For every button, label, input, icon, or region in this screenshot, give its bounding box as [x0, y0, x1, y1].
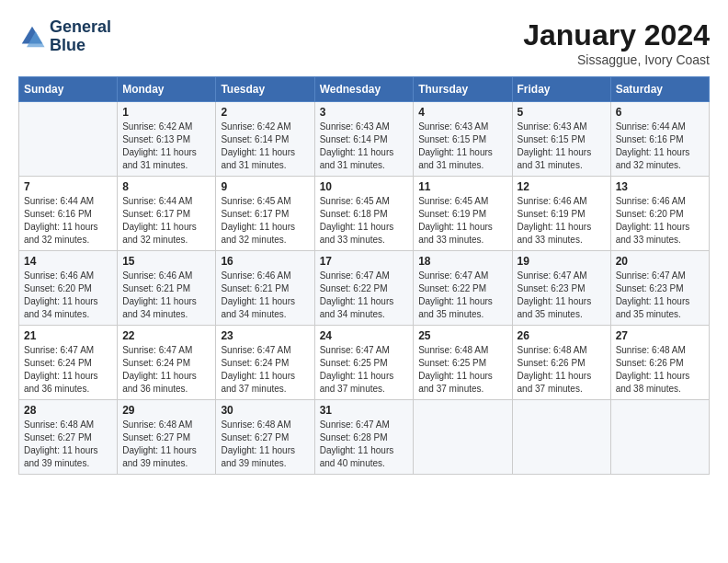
day-number: 8 — [122, 180, 210, 193]
calendar-cell: 18Sunrise: 6:47 AMSunset: 6:22 PMDayligh… — [414, 251, 512, 326]
calendar-cell: 4Sunrise: 6:43 AMSunset: 6:15 PMDaylight… — [414, 102, 512, 177]
day-info: Sunrise: 6:47 AMSunset: 6:24 PMDaylight:… — [122, 344, 210, 396]
calendar-cell: 24Sunrise: 6:47 AMSunset: 6:25 PMDayligh… — [314, 326, 414, 400]
day-info: Sunrise: 6:44 AMSunset: 6:16 PMDaylight:… — [616, 121, 704, 172]
calendar-cell: 23Sunrise: 6:47 AMSunset: 6:24 PMDayligh… — [216, 326, 314, 400]
calendar-cell: 8Sunrise: 6:44 AMSunset: 6:17 PMDaylight… — [118, 177, 216, 251]
day-number: 24 — [320, 329, 409, 342]
weekday-header-friday: Friday — [512, 77, 610, 102]
day-number: 14 — [24, 255, 112, 268]
day-number: 7 — [24, 180, 112, 193]
calendar-cell: 17Sunrise: 6:47 AMSunset: 6:22 PMDayligh… — [314, 251, 414, 326]
weekday-header-tuesday: Tuesday — [216, 77, 314, 102]
weekday-header-saturday: Saturday — [610, 77, 709, 102]
day-info: Sunrise: 6:48 AMSunset: 6:25 PMDaylight:… — [418, 344, 506, 396]
calendar-cell: 13Sunrise: 6:46 AMSunset: 6:20 PMDayligh… — [610, 177, 709, 251]
calendar-header-row: SundayMondayTuesdayWednesdayThursdayFrid… — [19, 77, 710, 102]
day-number: 1 — [122, 106, 210, 119]
logo-icon — [18, 23, 46, 51]
weekday-header-wednesday: Wednesday — [314, 77, 414, 102]
calendar-week-4: 21Sunrise: 6:47 AMSunset: 6:24 PMDayligh… — [19, 326, 710, 400]
calendar-week-2: 7Sunrise: 6:44 AMSunset: 6:16 PMDaylight… — [19, 177, 710, 251]
logo-line1: General — [50, 18, 111, 37]
day-number: 23 — [221, 329, 309, 342]
day-info: Sunrise: 6:43 AMSunset: 6:14 PMDaylight:… — [320, 121, 409, 172]
logo-line2: Blue — [50, 37, 111, 55]
day-info: Sunrise: 6:46 AMSunset: 6:21 PMDaylight:… — [221, 270, 309, 321]
calendar-cell: 16Sunrise: 6:46 AMSunset: 6:21 PMDayligh… — [216, 251, 314, 326]
day-number: 9 — [221, 180, 309, 193]
day-info: Sunrise: 6:42 AMSunset: 6:13 PMDaylight:… — [122, 121, 210, 172]
day-number: 13 — [616, 180, 704, 193]
page-header: General Blue January 2024 Sissaggue, Ivo… — [18, 18, 710, 67]
day-info: Sunrise: 6:42 AMSunset: 6:14 PMDaylight:… — [221, 121, 309, 172]
calendar-cell — [414, 400, 512, 475]
calendar-cell: 6Sunrise: 6:44 AMSunset: 6:16 PMDaylight… — [610, 102, 709, 177]
day-info: Sunrise: 6:47 AMSunset: 6:24 PMDaylight:… — [24, 344, 112, 396]
calendar-cell: 19Sunrise: 6:47 AMSunset: 6:23 PMDayligh… — [512, 251, 610, 326]
day-number: 16 — [221, 255, 309, 268]
day-info: Sunrise: 6:45 AMSunset: 6:18 PMDaylight:… — [320, 195, 409, 247]
weekday-header-monday: Monday — [118, 77, 216, 102]
calendar-week-1: 1Sunrise: 6:42 AMSunset: 6:13 PMDaylight… — [19, 102, 710, 177]
logo-text: General Blue — [50, 18, 111, 55]
day-info: Sunrise: 6:47 AMSunset: 6:24 PMDaylight:… — [221, 344, 309, 396]
day-number: 19 — [518, 255, 606, 268]
day-number: 28 — [24, 404, 112, 417]
day-info: Sunrise: 6:43 AMSunset: 6:15 PMDaylight:… — [518, 121, 606, 172]
calendar-cell: 9Sunrise: 6:45 AMSunset: 6:17 PMDaylight… — [216, 177, 314, 251]
day-number: 3 — [320, 106, 409, 119]
day-info: Sunrise: 6:44 AMSunset: 6:17 PMDaylight:… — [122, 195, 210, 247]
day-number: 29 — [122, 404, 210, 417]
day-info: Sunrise: 6:47 AMSunset: 6:25 PMDaylight:… — [320, 344, 409, 396]
day-info: Sunrise: 6:44 AMSunset: 6:16 PMDaylight:… — [24, 195, 112, 247]
day-number: 27 — [616, 329, 704, 342]
day-number: 25 — [418, 329, 506, 342]
calendar-cell: 11Sunrise: 6:45 AMSunset: 6:19 PMDayligh… — [414, 177, 512, 251]
day-number: 17 — [320, 255, 409, 268]
day-info: Sunrise: 6:48 AMSunset: 6:26 PMDaylight:… — [518, 344, 606, 396]
day-number: 2 — [221, 106, 309, 119]
day-info: Sunrise: 6:46 AMSunset: 6:19 PMDaylight:… — [518, 195, 606, 247]
calendar-cell: 26Sunrise: 6:48 AMSunset: 6:26 PMDayligh… — [512, 326, 610, 400]
calendar-week-3: 14Sunrise: 6:46 AMSunset: 6:20 PMDayligh… — [19, 251, 710, 326]
day-number: 12 — [518, 180, 606, 193]
day-info: Sunrise: 6:48 AMSunset: 6:26 PMDaylight:… — [616, 344, 704, 396]
location: Sissaggue, Ivory Coast — [523, 52, 710, 67]
day-number: 11 — [418, 180, 506, 193]
day-info: Sunrise: 6:47 AMSunset: 6:22 PMDaylight:… — [418, 270, 506, 321]
day-info: Sunrise: 6:48 AMSunset: 6:27 PMDaylight:… — [24, 419, 112, 470]
day-number: 18 — [418, 255, 506, 268]
day-number: 30 — [221, 404, 309, 417]
weekday-header-thursday: Thursday — [414, 77, 512, 102]
calendar-cell: 5Sunrise: 6:43 AMSunset: 6:15 PMDaylight… — [512, 102, 610, 177]
calendar-cell: 25Sunrise: 6:48 AMSunset: 6:25 PMDayligh… — [414, 326, 512, 400]
day-number: 4 — [418, 106, 506, 119]
calendar-cell: 21Sunrise: 6:47 AMSunset: 6:24 PMDayligh… — [19, 326, 118, 400]
day-number: 15 — [122, 255, 210, 268]
calendar-cell — [512, 400, 610, 475]
day-info: Sunrise: 6:47 AMSunset: 6:23 PMDaylight:… — [518, 270, 606, 321]
weekday-header-sunday: Sunday — [19, 77, 118, 102]
day-number: 21 — [24, 329, 112, 342]
day-info: Sunrise: 6:48 AMSunset: 6:27 PMDaylight:… — [221, 419, 309, 470]
day-info: Sunrise: 6:43 AMSunset: 6:15 PMDaylight:… — [418, 121, 506, 172]
calendar-cell: 3Sunrise: 6:43 AMSunset: 6:14 PMDaylight… — [314, 102, 414, 177]
calendar-cell: 10Sunrise: 6:45 AMSunset: 6:18 PMDayligh… — [314, 177, 414, 251]
calendar-cell: 28Sunrise: 6:48 AMSunset: 6:27 PMDayligh… — [19, 400, 118, 475]
calendar-table: SundayMondayTuesdayWednesdayThursdayFrid… — [18, 76, 710, 475]
day-info: Sunrise: 6:45 AMSunset: 6:19 PMDaylight:… — [418, 195, 506, 247]
calendar-cell: 30Sunrise: 6:48 AMSunset: 6:27 PMDayligh… — [216, 400, 314, 475]
day-number: 22 — [122, 329, 210, 342]
calendar-week-5: 28Sunrise: 6:48 AMSunset: 6:27 PMDayligh… — [19, 400, 710, 475]
day-number: 26 — [518, 329, 606, 342]
calendar-cell: 31Sunrise: 6:47 AMSunset: 6:28 PMDayligh… — [314, 400, 414, 475]
calendar-cell: 12Sunrise: 6:46 AMSunset: 6:19 PMDayligh… — [512, 177, 610, 251]
day-info: Sunrise: 6:46 AMSunset: 6:21 PMDaylight:… — [122, 270, 210, 321]
day-info: Sunrise: 6:46 AMSunset: 6:20 PMDaylight:… — [24, 270, 112, 321]
day-number: 10 — [320, 180, 409, 193]
calendar-cell: 1Sunrise: 6:42 AMSunset: 6:13 PMDaylight… — [118, 102, 216, 177]
calendar-cell: 7Sunrise: 6:44 AMSunset: 6:16 PMDaylight… — [19, 177, 118, 251]
calendar-cell — [610, 400, 709, 475]
day-number: 20 — [616, 255, 704, 268]
